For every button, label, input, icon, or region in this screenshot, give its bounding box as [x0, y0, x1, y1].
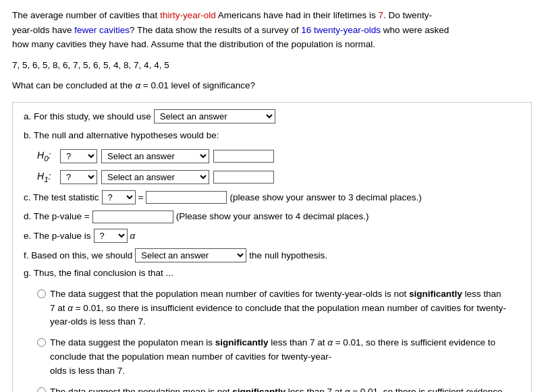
bold-3: significantly	[232, 387, 285, 392]
radio-1[interactable]	[37, 289, 46, 298]
part-g-label: g. Thus, the final conclusion is that ..…	[24, 267, 520, 280]
e-symbol-select[interactable]: ? < > =	[94, 229, 128, 243]
alpha-symbol: α	[135, 80, 140, 90]
c-eq-label: =	[138, 191, 144, 204]
answer-block: a. For this study, we should use Select …	[12, 102, 532, 392]
h0-symbol-select[interactable]: ? = < > ≤ ≥ ≠	[60, 149, 97, 163]
h0-label: H0:	[37, 148, 56, 164]
option-2-text: The data suggest the populaton mean is s…	[50, 336, 507, 379]
part-d: d. The p-value = (Please show your answe…	[24, 210, 520, 223]
h1-input[interactable]	[213, 171, 274, 184]
d-value-input[interactable]	[92, 211, 173, 223]
c-symbol-select[interactable]: ? = < >	[102, 190, 136, 204]
option-1-text: The data suggest that the population mea…	[50, 287, 507, 330]
part-f-label: f. Based on this, we should	[24, 249, 132, 262]
radio-option-1: The data suggest that the population mea…	[37, 287, 507, 330]
intro-paragraph: The average number of cavities that thir…	[12, 8, 532, 52]
part-a-label: a. For this study, we should use	[24, 110, 151, 123]
part-b-label: b. The null and alternative hypotheses w…	[24, 129, 520, 142]
h0-input[interactable]	[213, 150, 274, 163]
highlight-sixteen: 16 twenty-year-olds	[301, 25, 381, 35]
data-values: 7, 5, 6, 5, 8, 6, 7, 5, 6, 5, 4, 8, 7, 4…	[12, 59, 532, 72]
highlight-fewer: fewer cavities	[74, 25, 130, 35]
h0-answer-select[interactable]: Select an answer = 7 < 7 > 7 ≠ 7 ≤ 7 ≥ 7	[101, 149, 209, 163]
part-c: c. The test statistic ? = < > = (please …	[24, 190, 520, 204]
h1-label: H1:	[37, 169, 56, 185]
h1-answer-select[interactable]: Select an answer = 7 < 7 > 7 ≠ 7 ≤ 7 ≥ 7	[101, 170, 209, 184]
radio-option-3: The data suggest the population mean is …	[37, 385, 507, 392]
radio-option-2: The data suggest the populaton mean is s…	[37, 336, 507, 379]
part-a: a. For this study, we should use Select …	[24, 109, 520, 123]
c-value-input[interactable]	[146, 191, 227, 204]
f-answer-select[interactable]: Select an answer reject fail to reject a…	[135, 248, 246, 262]
part-c-label: c. The test statistic	[24, 191, 99, 204]
intro-line: The average number of cavities that thir…	[12, 10, 449, 49]
option-3-text: The data suggest the population mean is …	[50, 385, 507, 392]
question-text: What can be concluded at the α = 0.01 le…	[12, 79, 532, 92]
h1-symbol-select[interactable]: ? = < > ≤ ≥ ≠	[60, 170, 97, 184]
highlight-seven: 7	[379, 10, 384, 20]
part-a-select[interactable]: Select an answer t-test for mean z-test …	[154, 109, 275, 123]
h1-row: H1: ? = < > ≤ ≥ ≠ Select an answer = 7 <…	[37, 169, 520, 185]
highlight-thirty: thirty-year-old	[160, 10, 216, 20]
part-d-label: d. The p-value =	[24, 210, 90, 223]
bold-1: significantly	[409, 289, 462, 299]
part-g: g. Thus, the final conclusion is that ..…	[24, 267, 520, 392]
radio-3[interactable]	[37, 387, 46, 392]
h0-row: H0: ? = < > ≤ ≥ ≠ Select an answer = 7 <…	[37, 148, 520, 164]
radio-2[interactable]	[37, 338, 46, 347]
part-f: f. Based on this, we should Select an an…	[24, 248, 520, 262]
part-f-end: the null hypothesis.	[249, 249, 327, 262]
d-hint: (Please show your answer to 4 decimal pl…	[176, 210, 369, 223]
bold-2: significantly	[215, 337, 269, 347]
part-e-label: e. The p-value is	[24, 229, 91, 243]
c-hint: (please show your answer to 3 decimal pl…	[229, 191, 421, 204]
e-alpha: α	[130, 229, 136, 243]
part-e: e. The p-value is ? < > = α	[24, 229, 520, 243]
